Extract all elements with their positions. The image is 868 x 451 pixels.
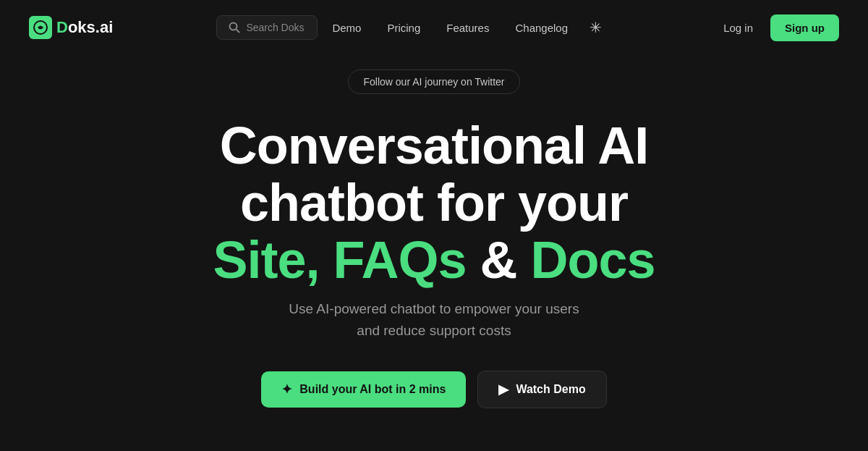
navbar: Doks.ai Search Doks Demo Pricing Feature… <box>0 0 868 55</box>
nav-link-features[interactable]: Features <box>435 16 501 40</box>
twitter-badge[interactable]: Follow our AI journey on Twitter <box>348 69 519 94</box>
search-box[interactable]: Search Doks <box>216 15 318 40</box>
svg-point-1 <box>230 23 237 30</box>
hero-title: Conversational AI chatbot for your Site,… <box>213 117 655 290</box>
hero-title-line3: Site, FAQs & Docs <box>213 232 655 289</box>
build-bot-button[interactable]: ✦ Build your AI bot in 2 mins <box>261 371 466 408</box>
play-icon: ▶ <box>498 382 509 397</box>
hero-buttons: ✦ Build your AI bot in 2 mins ▶ Watch De… <box>261 371 606 408</box>
bot-icon: ✦ <box>281 382 292 397</box>
build-bot-label: Build your AI bot in 2 mins <box>299 383 446 396</box>
signup-button[interactable]: Sign up <box>770 14 839 41</box>
search-icon <box>229 22 240 33</box>
login-button[interactable]: Log in <box>712 16 765 40</box>
logo[interactable]: Doks.ai <box>29 16 113 39</box>
svg-line-2 <box>237 30 240 33</box>
hero-title-line1: Conversational AI <box>213 117 655 174</box>
hero-title-faqs: FAQs <box>333 231 466 289</box>
navbar-center: Search Doks Demo Pricing Features Change… <box>216 14 608 41</box>
hero-subtitle-line2: and reduce support costs <box>357 323 511 338</box>
hero-title-amp: & <box>480 231 531 289</box>
hero-title-docs: Docs <box>531 231 655 289</box>
navbar-right: Log in Sign up <box>712 14 839 41</box>
nav-link-demo[interactable]: Demo <box>320 16 373 40</box>
hero-subtitle: Use AI-powered chatbot to empower your u… <box>289 298 579 342</box>
watch-demo-button[interactable]: ▶ Watch Demo <box>477 371 606 408</box>
logo-text: Doks.ai <box>56 18 113 37</box>
nav-link-pricing[interactable]: Pricing <box>375 16 432 40</box>
search-box-label: Search Doks <box>246 22 304 33</box>
theme-toggle-button[interactable]: ✳ <box>582 14 608 41</box>
hero-section: Follow our AI journey on Twitter Convers… <box>0 55 868 408</box>
twitter-badge-text: Follow our AI journey on Twitter <box>363 76 504 88</box>
watch-demo-label: Watch Demo <box>516 383 585 396</box>
hero-title-line2: chatbot for your <box>213 174 655 232</box>
hero-title-site: Site, <box>213 231 319 289</box>
nav-links: Demo Pricing Features Changelog <box>320 16 579 40</box>
logo-icon <box>29 16 52 39</box>
asterisk-icon: ✳ <box>590 19 602 36</box>
hero-subtitle-line1: Use AI-powered chatbot to empower your u… <box>289 301 579 316</box>
nav-link-changelog[interactable]: Changelog <box>503 16 579 40</box>
